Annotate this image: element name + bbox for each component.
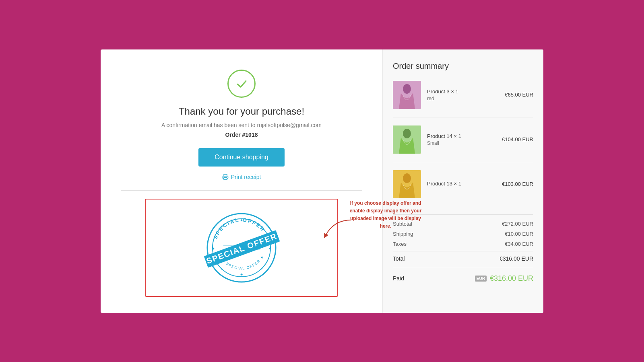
item-price-2: €104.00 EUR: [502, 136, 533, 142]
success-icon: [227, 70, 256, 98]
order-item-1: Product 3 × 1 red €65.00 EUR: [393, 81, 533, 117]
svg-text:✦: ✦: [220, 267, 223, 271]
confirmation-email: A confirmation email has been sent to ru…: [161, 122, 322, 128]
order-number: Order #1018: [225, 132, 258, 138]
order-items-list: Product 3 × 1 red €65.00 EUR Product 14 …: [393, 81, 533, 206]
svg-point-18: [403, 84, 411, 94]
item-price-1: €65.00 EUR: [505, 92, 533, 98]
printer-icon: [222, 174, 229, 180]
item-variant-1: red: [427, 96, 505, 101]
svg-text:✦: ✦: [240, 272, 243, 277]
item-variant-2: Small: [427, 140, 502, 146]
right-panel: Order summary Product 3 × 1 red €65.00 E…: [382, 49, 543, 313]
special-offer-box: ✦ ✦ ✦ ✦ ✦ ✦ ✦ ✦ SPECIAL OFFER: [145, 199, 338, 297]
paid-value: €316.00 EUR: [490, 274, 533, 283]
taxes-row: Taxes €34.00 EUR: [393, 241, 533, 247]
total-row: Total €316.00 EUR: [393, 251, 533, 262]
total-value: €316.00 EUR: [500, 255, 533, 262]
svg-text:✦: ✦: [268, 247, 271, 251]
shipping-row: Shipping €10.00 EUR: [393, 231, 533, 237]
item-name-1: Product 3 × 1: [427, 88, 505, 95]
taxes-label: Taxes: [393, 241, 407, 247]
item-name-2: Product 14 × 1: [427, 133, 502, 139]
order-summary-title: Order summary: [393, 62, 533, 71]
eur-badge: EUR: [475, 276, 487, 282]
item-details-2: Product 14 × 1 Small: [427, 133, 502, 146]
continue-shopping-button[interactable]: Continue shopping: [198, 148, 284, 167]
print-receipt-link[interactable]: Print receipt: [222, 174, 261, 180]
svg-point-22: [403, 173, 411, 183]
paid-row: Paid EUR €316.00 EUR: [393, 268, 533, 283]
product-image-1: [393, 81, 421, 109]
svg-text:✦: ✦: [212, 247, 215, 251]
annotation-text: If you choose display offer and enable d…: [345, 200, 426, 230]
item-details-1: Product 3 × 1 red: [427, 88, 505, 101]
svg-text:✦: ✦: [260, 267, 263, 271]
item-name-3: Product 13 × 1: [427, 181, 502, 187]
shipping-value: €10.00 EUR: [505, 231, 533, 237]
item-details-3: Product 13 × 1: [427, 181, 502, 188]
paid-label: Paid: [393, 275, 404, 282]
item-price-3: €103.00 EUR: [502, 181, 533, 187]
taxes-value: €34.00 EUR: [505, 241, 533, 247]
section-divider: [121, 190, 362, 191]
subtotal-value: €272.00 EUR: [502, 221, 533, 227]
thank-you-title: Thank you for your purchase!: [179, 106, 304, 117]
total-label: Total: [393, 255, 405, 262]
shipping-label: Shipping: [393, 231, 413, 237]
svg-rect-0: [224, 177, 227, 179]
paid-amount: EUR €316.00 EUR: [475, 274, 533, 283]
page-container: Thank you for your purchase! A confirmat…: [101, 49, 543, 313]
order-item-2: Product 14 × 1 Small €104.00 EUR: [393, 125, 533, 162]
product-image-2: [393, 125, 421, 154]
product-image-3: [393, 170, 421, 198]
left-panel: Thank you for your purchase! A confirmat…: [101, 49, 382, 313]
print-receipt-label: Print receipt: [231, 174, 261, 180]
special-offer-stamp: ✦ ✦ ✦ ✦ ✦ ✦ ✦ ✦ SPECIAL OFFER: [197, 208, 286, 288]
svg-point-20: [403, 129, 411, 138]
